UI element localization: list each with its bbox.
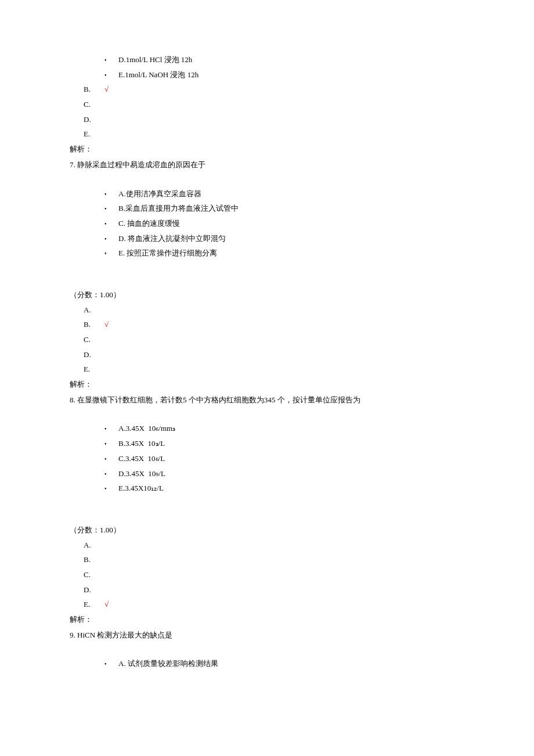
answer-d: D. bbox=[84, 583, 464, 597]
answer-list: A. B. C. D. E. √ bbox=[70, 538, 464, 612]
bullet-icon: • bbox=[104, 189, 118, 200]
bullet-icon: • bbox=[104, 248, 118, 259]
score-label: （分数：1.00） bbox=[70, 523, 464, 538]
answer-c: C. bbox=[84, 333, 464, 347]
option-prefix: B.3.45X bbox=[118, 439, 144, 448]
answer-letter: C. bbox=[84, 98, 104, 112]
answer-letter: E. bbox=[84, 127, 104, 142]
question-stem: 8. 在显微镜下计数红细胞，若计数5 个中方格内红细胞数为345 个，按计量单位… bbox=[70, 393, 464, 408]
answer-d: D. bbox=[84, 113, 464, 127]
answer-d: D. bbox=[84, 348, 464, 362]
option-text: D. 将血液注入抗凝剂中立即混匀 bbox=[118, 232, 226, 246]
correct-mark: √ bbox=[104, 318, 109, 332]
answer-letter: D. bbox=[84, 583, 104, 597]
option-text: D.1mol/L HCl 浸泡 12h bbox=[118, 53, 192, 67]
correct-mark: √ bbox=[104, 82, 109, 97]
option-d: • D. 将血液注入抗凝剂中立即混匀 bbox=[70, 232, 464, 246]
option-text: E. 按照正常操作进行细胞分离 bbox=[118, 246, 217, 261]
option-text: C. 抽血的速度缓慢 bbox=[118, 217, 180, 231]
option-text: C.3.45X 10₆/L bbox=[118, 452, 165, 466]
answer-letter: E. bbox=[84, 597, 104, 612]
option-unit: 10₉/L bbox=[148, 469, 165, 478]
question-9: 9. HiCN 检测方法最大的缺点是 • A. 试剂质量较差影响检测结果 bbox=[70, 628, 464, 671]
answer-list: B. √ C. D. E. bbox=[70, 82, 464, 142]
option-prefix: D.3.45X bbox=[118, 469, 145, 478]
option-a: • A.3.45X 10₆/mm₃ bbox=[70, 422, 464, 436]
option-text: A.使用洁净真空采血容器 bbox=[118, 187, 201, 201]
question-stem: 9. HiCN 检测方法最大的缺点是 bbox=[70, 628, 464, 643]
option-text: D.3.45X 10₉/L bbox=[118, 467, 165, 481]
bullet-icon: • bbox=[104, 55, 118, 66]
option-b: • B.采血后直接用力将血液注入试管中 bbox=[70, 201, 464, 216]
answer-letter: C. bbox=[84, 333, 104, 347]
answer-letter: D. bbox=[84, 113, 104, 127]
explain-label: 解析： bbox=[70, 613, 464, 627]
question-stem: 7. 静脉采血过程中易造成溶血的原因在于 bbox=[70, 158, 464, 172]
option-e: • E. 按照正常操作进行细胞分离 bbox=[70, 246, 464, 261]
option-text: B.3.45X 10₃/L bbox=[118, 437, 165, 451]
option-text: E.1mol/L NaOH 浸泡 12h bbox=[118, 68, 199, 82]
option-d: • D.1mol/L HCl 浸泡 12h bbox=[70, 53, 464, 67]
option-unit: 10₃/L bbox=[148, 439, 165, 448]
bullet-icon: • bbox=[104, 469, 118, 480]
answer-letter: B. bbox=[84, 82, 104, 97]
score-label: （分数：1.00） bbox=[70, 288, 464, 303]
answer-letter: C. bbox=[84, 568, 104, 582]
answer-e: E. √ bbox=[84, 597, 464, 612]
option-b: • B.3.45X 10₃/L bbox=[70, 437, 464, 451]
answer-letter: E. bbox=[84, 362, 104, 377]
answer-c: C. bbox=[84, 98, 464, 112]
answer-a: A. bbox=[84, 303, 464, 318]
bullet-icon: • bbox=[104, 438, 118, 449]
explain-label: 解析： bbox=[70, 142, 464, 157]
option-c: • C.3.45X 10₆/L bbox=[70, 452, 464, 466]
answer-c: C. bbox=[84, 568, 464, 582]
answer-list: A. B. √ C. D. E. bbox=[70, 303, 464, 377]
option-d: • D.3.45X 10₉/L bbox=[70, 467, 464, 481]
explain-label: 解析： bbox=[70, 377, 464, 392]
answer-letter: B. bbox=[84, 553, 104, 567]
option-e: • E.1mol/L NaOH 浸泡 12h bbox=[70, 68, 464, 82]
option-text: B.采血后直接用力将血液注入试管中 bbox=[118, 201, 239, 216]
option-text: A. 试剂质量较差影响检测结果 bbox=[118, 657, 218, 671]
option-a: • A. 试剂质量较差影响检测结果 bbox=[70, 657, 464, 671]
answer-e: E. bbox=[84, 362, 464, 377]
option-unit: 10₆/L bbox=[148, 454, 165, 463]
answer-letter: D. bbox=[84, 348, 104, 362]
answer-b: B. bbox=[84, 553, 464, 567]
answer-b: B. √ bbox=[84, 318, 464, 332]
bullet-icon: • bbox=[104, 218, 118, 229]
option-prefix: C.3.45X bbox=[118, 454, 144, 463]
answer-e: E. bbox=[84, 127, 464, 142]
answer-letter: A. bbox=[84, 538, 104, 553]
bullet-icon: • bbox=[104, 423, 118, 434]
option-prefix: A.3.45X bbox=[118, 424, 145, 433]
option-c: • C. 抽血的速度缓慢 bbox=[70, 217, 464, 231]
bullet-icon: • bbox=[104, 70, 118, 81]
bullet-icon: • bbox=[104, 658, 118, 669]
option-text: A.3.45X 10₆/mm₃ bbox=[118, 422, 175, 436]
question-8: 8. 在显微镜下计数红细胞，若计数5 个中方格内红细胞数为345 个，按计量单位… bbox=[70, 393, 464, 627]
option-unit: 10₆/mm₃ bbox=[148, 424, 175, 433]
bullet-icon: • bbox=[104, 453, 118, 465]
option-e: • E.3.45X10₁₂/L bbox=[70, 481, 464, 496]
option-text: E.3.45X10₁₂/L bbox=[118, 481, 164, 496]
question-7: 7. 静脉采血过程中易造成溶血的原因在于 • A.使用洁净真空采血容器 • B.… bbox=[70, 158, 464, 392]
answer-letter: A. bbox=[84, 303, 104, 318]
bullet-icon: • bbox=[104, 203, 118, 214]
answer-a: A. bbox=[84, 538, 464, 553]
correct-mark: √ bbox=[104, 597, 109, 612]
option-a: • A.使用洁净真空采血容器 bbox=[70, 187, 464, 201]
question-6-tail: • D.1mol/L HCl 浸泡 12h • E.1mol/L NaOH 浸泡… bbox=[70, 53, 464, 157]
answer-b: B. √ bbox=[84, 82, 464, 97]
bullet-icon: • bbox=[104, 483, 118, 494]
bullet-icon: • bbox=[104, 233, 118, 244]
answer-letter: B. bbox=[84, 318, 104, 332]
